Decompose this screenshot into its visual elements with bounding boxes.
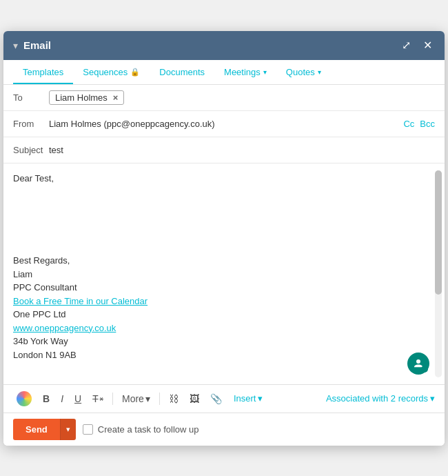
image-icon: 🖼 [190, 393, 199, 404]
tab-sequences-label: Sequences [83, 67, 128, 77]
from-field-content: Liam Holmes (ppc@oneppcagency.co.uk) [49, 119, 403, 129]
bottom-bar: Send ▾ Create a task to follow up [3, 413, 445, 446]
insert-button[interactable]: Insert ▾ [230, 391, 267, 406]
more-label: More [122, 393, 144, 404]
expand-button[interactable]: ⤢ [399, 39, 414, 52]
signature-line6: London N1 9AB [13, 350, 77, 360]
from-label: From [13, 119, 49, 129]
collapse-icon[interactable]: ▾ [13, 40, 18, 51]
insert-label: Insert [234, 393, 256, 404]
underline-button[interactable]: U [71, 391, 85, 406]
chat-icon [412, 357, 425, 370]
task-followup-label: Create a task to follow up [98, 424, 199, 435]
tabs-bar: Templates Sequences 🔒 Documents Meetings… [3, 60, 445, 85]
emoji-icon [17, 391, 32, 406]
close-button[interactable]: ✕ [420, 39, 435, 52]
task-followup-area: Create a task to follow up [83, 424, 199, 435]
tab-meetings-label: Meetings [224, 67, 261, 77]
scroll-track [435, 170, 442, 377]
tab-sequences[interactable]: Sequences 🔒 [73, 60, 150, 84]
quotes-chevron-icon: ▾ [318, 68, 321, 76]
italic-button[interactable]: I [57, 391, 67, 406]
tab-meetings[interactable]: Meetings ▾ [214, 60, 276, 84]
more-chevron-icon: ▾ [145, 393, 150, 404]
signature-line1: Best Regards, [13, 255, 70, 266]
tab-templates[interactable]: Templates [13, 60, 73, 84]
modal-header-icons: ⤢ ✕ [399, 39, 435, 52]
cc-bcc-row: Cc Bcc [403, 119, 435, 129]
subject-label: Subject [13, 145, 49, 155]
cc-button[interactable]: Cc [403, 119, 414, 129]
signature-line5: 34b York Way [13, 336, 68, 346]
bcc-button[interactable]: Bcc [420, 119, 435, 129]
recipient-name: Liam Holmes [55, 92, 108, 103]
send-dropdown-button[interactable]: ▾ [60, 419, 76, 440]
email-body[interactable]: Dear Test, Best Regards, Liam PPC Consul… [3, 163, 445, 384]
associated-records-button[interactable]: Associated with 2 records ▾ [326, 393, 435, 404]
send-dropdown-icon: ▾ [66, 425, 70, 433]
to-label: To [13, 92, 49, 103]
modal-header: ▾ Email ⤢ ✕ [3, 31, 445, 60]
email-body-content: Dear Test, Best Regards, Liam PPC Consul… [13, 172, 435, 362]
calendar-link[interactable]: Book a Free Time in our Calendar [13, 296, 147, 306]
subject-row: Subject test [3, 137, 445, 163]
tab-quotes-label: Quotes [286, 67, 315, 77]
tab-documents[interactable]: Documents [150, 60, 214, 84]
body-greeting: Dear Test, [13, 172, 421, 186]
emoji-button[interactable] [13, 389, 35, 408]
strikethrough-button[interactable]: Tx [89, 391, 107, 406]
from-value: Liam Holmes (ppc@oneppcagency.co.uk) [49, 119, 215, 129]
contact-bubble[interactable] [407, 353, 429, 375]
to-field-content: Liam Holmes × [49, 90, 435, 105]
recipient-tag: Liam Holmes × [49, 90, 124, 105]
associated-label: Associated with 2 records [326, 393, 428, 404]
associated-chevron-icon: ▾ [430, 393, 435, 404]
more-button[interactable]: More ▾ [119, 391, 154, 406]
image-button[interactable]: 🖼 [186, 391, 203, 406]
send-button[interactable]: Send [13, 419, 60, 440]
modal-title: Email [23, 39, 51, 51]
scroll-thumb[interactable] [435, 170, 442, 295]
tab-documents-label: Documents [159, 67, 205, 77]
link-button[interactable]: ⛓ [165, 391, 182, 406]
meetings-chevron-icon: ▾ [263, 68, 267, 76]
toolbar-separator-1 [112, 393, 113, 405]
recipient-remove-button[interactable]: × [112, 93, 120, 102]
formatting-toolbar: B I U Tx More ▾ ⛓ 🖼 📎 Insert ▾ Associate… [3, 384, 445, 413]
to-row: To Liam Holmes × [3, 85, 445, 111]
task-followup-checkbox[interactable] [83, 424, 93, 435]
subject-field-content: test [49, 145, 435, 155]
lock-icon: 🔒 [130, 68, 140, 77]
signature-line3: PPC Consultant [13, 282, 77, 292]
modal-header-left: ▾ Email [13, 39, 51, 51]
email-fields: To Liam Holmes × From Liam Holmes (ppc@o… [3, 85, 445, 163]
body-signature: Best Regards, Liam PPC Consultant Book a… [13, 254, 421, 361]
signature-line2: Liam [13, 269, 32, 279]
attach-button[interactable]: 📎 [207, 391, 225, 406]
tab-templates-label: Templates [23, 67, 63, 77]
website-link[interactable]: www.oneppcagency.co.uk [13, 323, 116, 333]
attach-icon: 📎 [210, 393, 222, 404]
bold-button[interactable]: B [39, 391, 53, 406]
svg-point-0 [416, 359, 420, 364]
send-button-group: Send ▾ [13, 419, 76, 440]
link-icon: ⛓ [169, 393, 179, 404]
from-row: From Liam Holmes (ppc@oneppcagency.co.uk… [3, 111, 445, 137]
insert-chevron-icon: ▾ [258, 393, 263, 404]
signature-line4: One PPC Ltd [13, 309, 66, 319]
email-modal: ▾ Email ⤢ ✕ Templates Sequences 🔒 Docume… [3, 31, 445, 446]
subject-value: test [49, 145, 63, 155]
tab-quotes[interactable]: Quotes ▾ [276, 60, 331, 84]
toolbar-separator-2 [159, 393, 160, 405]
